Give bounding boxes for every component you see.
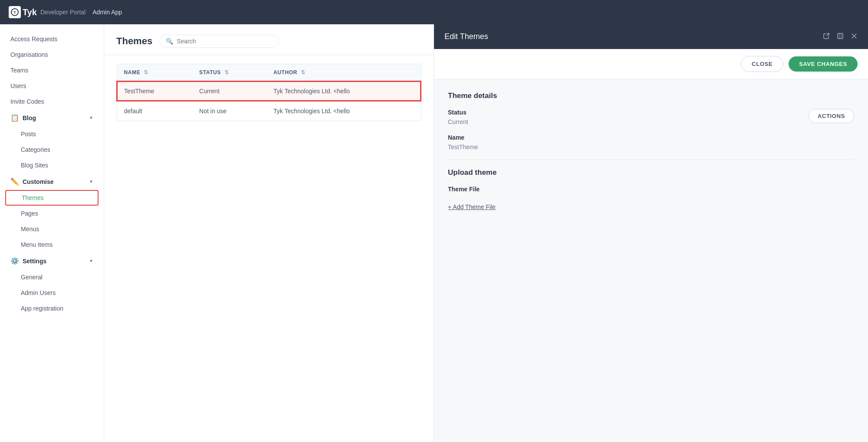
sidebar-label-menus: Menus <box>21 226 39 232</box>
search-icon: 🔍 <box>166 38 173 45</box>
row-author-default: Tyk Technologies Ltd. <hello <box>266 101 421 121</box>
col-header-status[interactable]: STATUS ⇅ <box>192 64 266 82</box>
sidebar-section-settings[interactable]: ⚙️ Settings ▼ <box>0 252 104 269</box>
sidebar-label-themes: Themes <box>22 194 44 201</box>
add-theme-file-link[interactable]: + Add Theme File <box>448 203 496 210</box>
edit-panel-icon-row <box>823 33 858 41</box>
content-area: Themes 🔍 NAME ⇅ STA <box>104 24 868 442</box>
admin-app-label: Admin App <box>92 9 122 16</box>
blog-icon: 📋 <box>10 114 19 122</box>
status-value: Current <box>448 118 468 125</box>
page-title: Themes <box>116 36 152 47</box>
name-value: TestTheme <box>448 144 854 151</box>
themes-header: Themes 🔍 <box>104 24 434 55</box>
search-box[interactable]: 🔍 <box>159 35 279 48</box>
sidebar-label-pages: Pages <box>21 210 38 217</box>
themes-table-container: NAME ⇅ STATUS ⇅ AUTHOR ⇅ <box>104 55 434 130</box>
theme-file-label: Theme File <box>448 186 854 193</box>
tyk-icon: T <box>9 6 21 18</box>
status-label: Status <box>448 109 468 116</box>
row-name-default: default <box>117 101 192 121</box>
row-name-testtheme: TestTheme <box>117 81 192 101</box>
sidebar-label-categories: Categories <box>21 146 50 153</box>
table-header-row: NAME ⇅ STATUS ⇅ AUTHOR ⇅ <box>117 64 421 82</box>
section-divider <box>448 159 854 160</box>
sidebar-label-menu-items: Menu Items <box>21 241 53 248</box>
status-sort-icon: ⇅ <box>224 69 229 75</box>
settings-icon: ⚙️ <box>10 257 19 265</box>
resize-icon[interactable] <box>837 33 844 41</box>
sidebar-label-users: Users <box>10 82 26 89</box>
sidebar-item-menus[interactable]: Menus <box>0 221 104 237</box>
sidebar-label-invite-codes: Invite Codes <box>10 98 44 105</box>
sidebar-section-label-customise: Customise <box>23 178 54 185</box>
table-row[interactable]: default Not in use Tyk Technologies Ltd.… <box>117 101 421 121</box>
sidebar-label-app-registration: App registration <box>21 305 63 312</box>
sidebar-label-general: General <box>21 274 43 281</box>
settings-section-icon-area: ⚙️ Settings <box>10 257 46 265</box>
tyk-logo: T Tyk <box>9 6 37 18</box>
settings-chevron-icon: ▼ <box>89 259 93 263</box>
sidebar-item-general[interactable]: General <box>0 269 104 285</box>
themes-table: NAME ⇅ STATUS ⇅ AUTHOR ⇅ <box>116 64 421 121</box>
col-header-name[interactable]: NAME ⇅ <box>117 64 192 82</box>
sidebar-label-admin-users: Admin Users <box>21 289 56 296</box>
sidebar-label-teams: Teams <box>10 67 28 74</box>
name-sort-icon: ⇅ <box>144 69 148 75</box>
sidebar-section-label-blog: Blog <box>23 115 36 121</box>
sidebar-section-customise[interactable]: ✏️ Customise ▼ <box>0 173 104 190</box>
table-row[interactable]: TestTheme Current Tyk Technologies Ltd. … <box>117 81 421 101</box>
top-navigation: T Tyk Developer Portal Admin App <box>0 0 868 24</box>
customise-icon: ✏️ <box>10 177 19 186</box>
external-link-icon[interactable] <box>823 33 830 41</box>
blog-chevron-icon: ▼ <box>89 115 93 120</box>
upload-theme-heading: Upload theme <box>448 168 854 177</box>
sidebar-item-themes[interactable]: Themes <box>5 190 99 206</box>
sidebar-section-blog[interactable]: 📋 Blog ▼ <box>0 109 104 126</box>
upload-section: + Add Theme File <box>448 203 854 211</box>
sidebar-item-menu-items[interactable]: Menu Items <box>0 237 104 252</box>
sidebar-item-users[interactable]: Users <box>0 78 104 94</box>
tyk-text: Tyk <box>23 7 37 17</box>
sidebar-item-posts[interactable]: Posts <box>0 126 104 142</box>
sidebar-label-posts: Posts <box>21 131 36 138</box>
edit-panel-toolbar: CLOSE SAVE CHANGES <box>434 49 868 79</box>
sidebar-item-teams[interactable]: Teams <box>0 62 104 78</box>
edit-themes-panel: Edit Themes <box>434 24 868 442</box>
blog-section-icon-area: 📋 Blog <box>10 114 36 122</box>
search-input[interactable] <box>177 38 272 45</box>
col-header-author[interactable]: AUTHOR ⇅ <box>266 64 421 82</box>
row-status-testtheme: Current <box>192 81 266 101</box>
actions-button[interactable]: ACTIONS <box>809 109 854 123</box>
name-label: Name <box>448 134 854 141</box>
customise-chevron-icon: ▼ <box>89 179 93 184</box>
sidebar-item-invite-codes[interactable]: Invite Codes <box>0 94 104 109</box>
author-sort-icon: ⇅ <box>301 69 306 75</box>
theme-details-heading: Theme details <box>448 92 854 100</box>
sidebar: Access Requests Organisations Teams User… <box>0 24 104 442</box>
sidebar-label-blog-sites: Blog Sites <box>21 162 48 169</box>
sidebar-item-organisations[interactable]: Organisations <box>0 47 104 62</box>
sidebar-item-blog-sites[interactable]: Blog Sites <box>0 157 104 173</box>
row-author-testtheme: Tyk Technologies Ltd. <hello <box>266 81 421 101</box>
status-section: Status Current <box>448 109 468 134</box>
edit-panel-header: Edit Themes <box>434 24 868 49</box>
row-status-default: Not in use <box>192 101 266 121</box>
edit-panel-body: Theme details Status Current ACTIONS Nam… <box>434 79 868 442</box>
sidebar-label-organisations: Organisations <box>10 51 48 58</box>
close-panel-icon[interactable] <box>851 33 858 41</box>
sidebar-section-label-settings: Settings <box>23 258 46 265</box>
svg-rect-2 <box>838 33 843 39</box>
sidebar-label-access-requests: Access Requests <box>10 36 57 43</box>
sidebar-item-access-requests[interactable]: Access Requests <box>0 31 104 47</box>
dev-portal-label: Developer Portal <box>40 9 85 16</box>
themes-list-panel: Themes 🔍 NAME ⇅ STA <box>104 24 434 442</box>
customise-section-icon-area: ✏️ Customise <box>10 177 54 186</box>
edit-panel-title: Edit Themes <box>444 32 488 41</box>
sidebar-item-pages[interactable]: Pages <box>0 206 104 221</box>
sidebar-item-categories[interactable]: Categories <box>0 142 104 157</box>
save-changes-button[interactable]: SAVE CHANGES <box>789 56 858 72</box>
close-button[interactable]: CLOSE <box>741 56 783 72</box>
sidebar-item-app-registration[interactable]: App registration <box>0 301 104 316</box>
sidebar-item-admin-users[interactable]: Admin Users <box>0 285 104 301</box>
